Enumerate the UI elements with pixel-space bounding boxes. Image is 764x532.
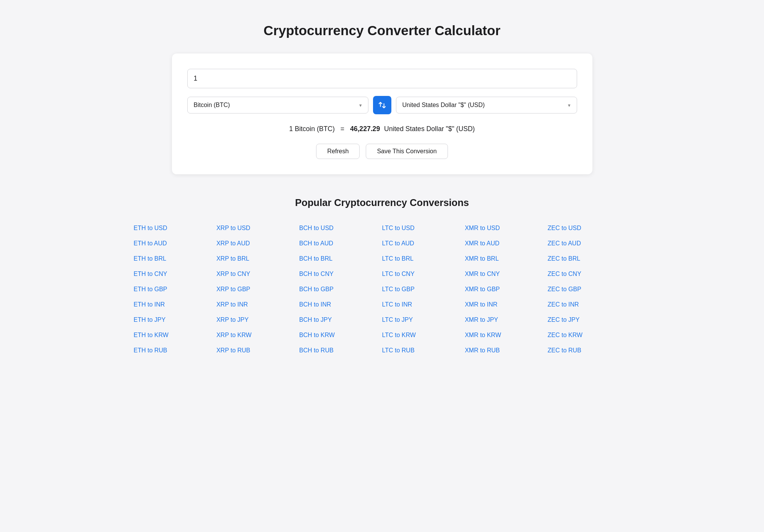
- list-item[interactable]: LTC to INR: [382, 298, 465, 311]
- list-item[interactable]: XMR to BRL: [465, 253, 548, 265]
- list-item[interactable]: XRP to INR: [216, 298, 299, 311]
- equals-sign: =: [341, 125, 344, 133]
- list-item[interactable]: XRP to GBP: [216, 283, 299, 295]
- list-item[interactable]: ZEC to GBP: [548, 283, 631, 295]
- list-item[interactable]: BCH to AUD: [299, 237, 382, 250]
- from-currency-chevron: ▾: [359, 102, 362, 108]
- list-item[interactable]: BCH to BRL: [299, 253, 382, 265]
- list-item[interactable]: XMR to GBP: [465, 283, 548, 295]
- result-currency-text: United States Dollar "$" (USD): [384, 125, 475, 133]
- list-item[interactable]: ETH to RUB: [134, 344, 217, 357]
- popular-section-title: Popular Cryptocurrency Conversions: [15, 197, 749, 208]
- save-conversion-button[interactable]: Save This Conversion: [366, 144, 448, 159]
- from-currency-select[interactable]: Bitcoin (BTC) ▾: [187, 97, 368, 114]
- result-from-text: 1 Bitcoin (BTC): [289, 125, 335, 133]
- to-currency-select[interactable]: United States Dollar "$" (USD) ▾: [396, 97, 577, 114]
- list-item[interactable]: XMR to CNY: [465, 268, 548, 280]
- amount-input[interactable]: [187, 69, 577, 88]
- currency-row: Bitcoin (BTC) ▾ United States Dollar "$"…: [187, 96, 577, 114]
- list-item[interactable]: ZEC to KRW: [548, 329, 631, 341]
- to-currency-label: United States Dollar "$" (USD): [402, 102, 485, 109]
- swap-button[interactable]: [373, 96, 391, 114]
- converter-card: Bitcoin (BTC) ▾ United States Dollar "$"…: [172, 54, 592, 174]
- swap-icon: [378, 101, 386, 109]
- action-buttons: Refresh Save This Conversion: [187, 144, 577, 159]
- page-title: Cryptocurrency Converter Calculator: [15, 23, 749, 38]
- list-item[interactable]: ETH to CNY: [134, 268, 217, 280]
- list-item[interactable]: LTC to GBP: [382, 283, 465, 295]
- list-item[interactable]: XRP to KRW: [216, 329, 299, 341]
- result-line: 1 Bitcoin (BTC) = 46,227.29 United State…: [187, 125, 577, 133]
- result-value: 46,227.29: [350, 125, 380, 133]
- list-item[interactable]: ZEC to CNY: [548, 268, 631, 280]
- list-item[interactable]: XRP to AUD: [216, 237, 299, 250]
- list-item[interactable]: LTC to USD: [382, 222, 465, 234]
- list-item[interactable]: ZEC to USD: [548, 222, 631, 234]
- list-item[interactable]: BCH to USD: [299, 222, 382, 234]
- list-item[interactable]: BCH to KRW: [299, 329, 382, 341]
- list-item[interactable]: LTC to KRW: [382, 329, 465, 341]
- list-item[interactable]: BCH to GBP: [299, 283, 382, 295]
- list-item[interactable]: XRP to JPY: [216, 314, 299, 326]
- list-item[interactable]: XRP to CNY: [216, 268, 299, 280]
- list-item[interactable]: ETH to KRW: [134, 329, 217, 341]
- list-item[interactable]: ZEC to AUD: [548, 237, 631, 250]
- list-item[interactable]: ZEC to BRL: [548, 253, 631, 265]
- list-item[interactable]: BCH to CNY: [299, 268, 382, 280]
- list-item[interactable]: ETH to AUD: [134, 237, 217, 250]
- list-item[interactable]: LTC to JPY: [382, 314, 465, 326]
- list-item[interactable]: XMR to KRW: [465, 329, 548, 341]
- to-currency-chevron: ▾: [568, 102, 571, 108]
- list-item[interactable]: ETH to JPY: [134, 314, 217, 326]
- list-item[interactable]: ZEC to INR: [548, 298, 631, 311]
- list-item[interactable]: XMR to RUB: [465, 344, 548, 357]
- list-item[interactable]: LTC to RUB: [382, 344, 465, 357]
- refresh-button[interactable]: Refresh: [316, 144, 360, 159]
- list-item[interactable]: BCH to JPY: [299, 314, 382, 326]
- list-item[interactable]: LTC to AUD: [382, 237, 465, 250]
- list-item[interactable]: ETH to USD: [134, 222, 217, 234]
- list-item[interactable]: LTC to BRL: [382, 253, 465, 265]
- list-item[interactable]: XMR to AUD: [465, 237, 548, 250]
- list-item[interactable]: BCH to INR: [299, 298, 382, 311]
- list-item[interactable]: XMR to JPY: [465, 314, 548, 326]
- list-item[interactable]: ZEC to RUB: [548, 344, 631, 357]
- list-item[interactable]: ETH to BRL: [134, 253, 217, 265]
- list-item[interactable]: BCH to RUB: [299, 344, 382, 357]
- list-item[interactable]: ZEC to JPY: [548, 314, 631, 326]
- list-item[interactable]: XRP to USD: [216, 222, 299, 234]
- conversions-grid: ETH to USDXRP to USDBCH to USDLTC to USD…: [134, 222, 631, 357]
- list-item[interactable]: XRP to RUB: [216, 344, 299, 357]
- list-item[interactable]: XMR to INR: [465, 298, 548, 311]
- list-item[interactable]: ETH to INR: [134, 298, 217, 311]
- list-item[interactable]: LTC to CNY: [382, 268, 465, 280]
- list-item[interactable]: XRP to BRL: [216, 253, 299, 265]
- from-currency-label: Bitcoin (BTC): [194, 102, 230, 109]
- list-item[interactable]: ETH to GBP: [134, 283, 217, 295]
- list-item[interactable]: XMR to USD: [465, 222, 548, 234]
